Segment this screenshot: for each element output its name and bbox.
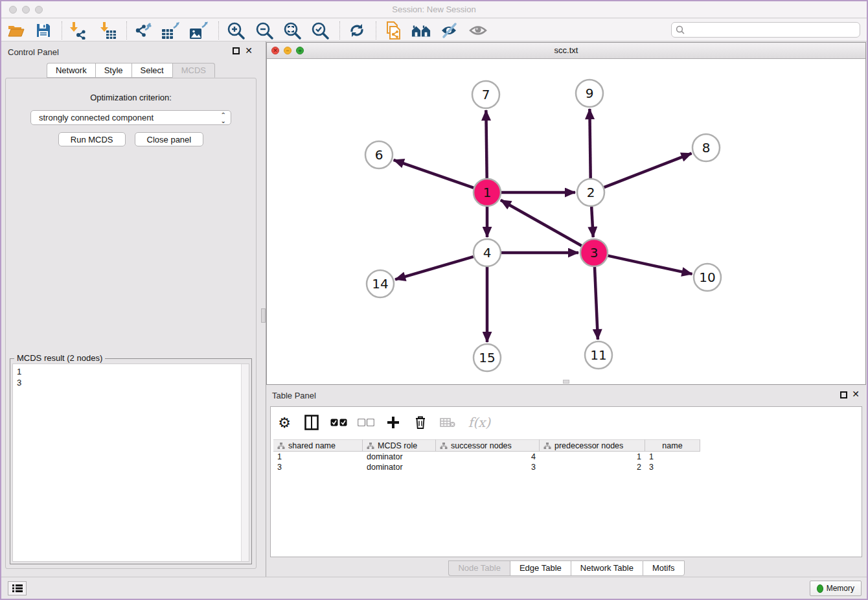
cell-mcds-role[interactable]: dominator	[363, 452, 436, 462]
column-header-name[interactable]: name	[645, 439, 700, 452]
show-all-icon[interactable]	[468, 21, 488, 40]
column-header-mcds-role[interactable]: MCDS role	[363, 439, 436, 452]
deselect-all-checkboxes-icon[interactable]	[358, 413, 374, 432]
column-layout-icon[interactable]	[303, 413, 320, 432]
cell-name[interactable]: 1	[645, 452, 700, 462]
tab-select[interactable]: Select	[131, 63, 172, 78]
column-header-predecessor-nodes[interactable]: predecessor nodes	[540, 439, 645, 452]
float-table-panel-icon[interactable]	[840, 391, 847, 398]
main-toolbar	[1, 19, 867, 41]
import-table-icon[interactable]	[98, 21, 118, 40]
search-icon	[676, 25, 685, 34]
control-panel: Control Panel ✕ Network Style Select MCD…	[1, 41, 260, 577]
criterion-dropdown[interactable]: strongly connected component ⌃⌄	[30, 110, 231, 125]
close-panel-button[interactable]: Close panel	[135, 132, 204, 146]
network-canvas[interactable]: 7968124314101511	[267, 59, 865, 384]
close-table-panel-icon[interactable]: ✕	[852, 389, 860, 399]
column-header-shared-name[interactable]: shared name	[273, 439, 363, 452]
window-title: Session: New Session	[1, 5, 867, 14]
table-row[interactable]: 1 dominator 4 1 1	[273, 452, 859, 462]
graph-edge-1-7[interactable]	[486, 110, 486, 178]
tab-style[interactable]: Style	[95, 63, 131, 78]
settings-gear-icon[interactable]: ⚙	[276, 413, 293, 432]
status-bar: Memory	[1, 577, 867, 599]
graph-edge-3-1[interactable]	[501, 200, 582, 246]
graph-node-label: 9	[586, 86, 594, 101]
add-column-icon[interactable]	[385, 413, 402, 432]
refresh-icon[interactable]	[347, 21, 367, 40]
table-panel-title: Table Panel	[272, 391, 316, 400]
zoom-out-icon[interactable]	[255, 21, 274, 40]
table-header-row: shared name MCDS role successor nodes	[273, 439, 859, 452]
memory-label: Memory	[827, 584, 854, 593]
tab-node-table[interactable]: Node Table	[448, 560, 510, 576]
graph-edge-4-14[interactable]	[395, 257, 474, 279]
mcds-result-title: MCDS result (2 nodes)	[14, 353, 105, 363]
cell-successor-nodes[interactable]: 4	[436, 452, 540, 462]
open-file-icon[interactable]	[6, 21, 26, 40]
zoom-in-icon[interactable]	[226, 21, 246, 40]
export-network-icon[interactable]	[133, 21, 153, 40]
function-builder-icon[interactable]: f(x)	[466, 413, 492, 432]
zoom-fit-icon[interactable]	[282, 21, 302, 40]
graph-edge-2-8[interactable]	[604, 154, 692, 187]
save-session-icon[interactable]	[34, 21, 53, 40]
tab-motifs[interactable]: Motifs	[643, 560, 685, 576]
graph-edge-2-9[interactable]	[589, 109, 590, 178]
tab-network-table[interactable]: Network Table	[571, 560, 643, 576]
panel-splitter[interactable]	[260, 41, 266, 577]
zoom-selected-icon[interactable]	[310, 21, 330, 40]
cell-shared-name[interactable]: 3	[273, 462, 363, 472]
cell-predecessor-nodes[interactable]: 1	[540, 452, 645, 462]
clone-network-icon[interactable]	[383, 21, 403, 40]
node-table: shared name MCDS role successor nodes	[273, 439, 859, 472]
search-box[interactable]	[671, 22, 860, 38]
tab-network[interactable]: Network	[47, 63, 95, 78]
delete-table-icon[interactable]	[439, 413, 456, 432]
splitter-handle[interactable]	[261, 308, 266, 323]
graph-edge-2-3[interactable]	[591, 207, 593, 237]
export-image-icon[interactable]	[189, 21, 209, 40]
result-line: 1	[17, 366, 245, 377]
cell-shared-name[interactable]: 1	[273, 452, 363, 462]
table-panel: Table Panel ✕ ⚙	[266, 387, 867, 577]
run-mcds-button[interactable]: Run MCDS	[58, 132, 126, 146]
select-all-checkboxes-icon[interactable]	[330, 413, 347, 432]
tab-edge-table[interactable]: Edge Table	[510, 560, 571, 576]
graph-node-label: 10	[699, 270, 715, 285]
task-history-button[interactable]	[8, 581, 27, 595]
hide-selected-icon[interactable]	[440, 21, 459, 40]
task-list-icon	[12, 584, 23, 593]
network-graph: 7968124314101511	[267, 59, 868, 385]
graph-edge-3-11[interactable]	[595, 267, 598, 340]
search-input[interactable]	[685, 25, 856, 34]
cell-mcds-role[interactable]: dominator	[363, 462, 436, 472]
titlebar: Session: New Session	[1, 1, 867, 18]
table-row[interactable]: 3 dominator 3 2 3	[273, 462, 859, 472]
column-header-successor-nodes[interactable]: successor nodes	[436, 439, 540, 452]
graph-edge-1-6[interactable]	[394, 160, 474, 188]
cell-name[interactable]: 3	[645, 462, 700, 472]
memory-status-icon	[817, 584, 823, 593]
first-neighbors-icon[interactable]	[411, 21, 431, 40]
hierarchy-icon	[543, 442, 551, 450]
control-panel-title: Control Panel	[8, 47, 59, 57]
export-table-icon[interactable]	[161, 21, 181, 40]
network-view-window: ✕ − ＋ scc.txt 7968124314101511	[266, 42, 866, 385]
mcds-result-textarea[interactable]: 1 3	[12, 363, 249, 562]
canvas-resize-handle[interactable]	[563, 380, 569, 384]
hierarchy-icon	[440, 442, 448, 450]
network-window-titlebar[interactable]: ✕ − ＋ scc.txt	[267, 43, 865, 59]
result-scrollbar[interactable]	[241, 364, 249, 561]
delete-column-icon[interactable]	[412, 413, 429, 432]
graph-edge-3-10[interactable]	[608, 256, 692, 274]
float-panel-icon[interactable]	[233, 47, 240, 54]
cell-successor-nodes[interactable]: 3	[436, 462, 540, 472]
import-network-icon[interactable]	[68, 21, 87, 40]
hierarchy-icon	[277, 442, 285, 450]
main-area: Control Panel ✕ Network Style Select MCD…	[1, 41, 867, 577]
close-panel-icon[interactable]: ✕	[245, 45, 253, 56]
cell-predecessor-nodes[interactable]: 2	[540, 462, 645, 472]
tab-mcds[interactable]: MCDS	[172, 63, 215, 78]
memory-button[interactable]: Memory	[810, 581, 862, 596]
